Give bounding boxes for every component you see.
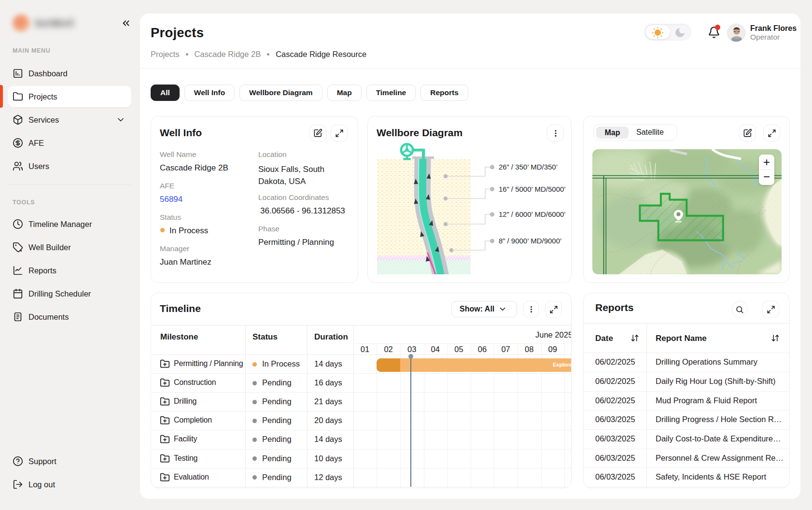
svg-text:8” / 9000’ MD/9000’: 8” / 9000’ MD/9000’ [499,237,561,245]
svg-text:16” / 5000’ MD/5000’: 16” / 5000’ MD/5000’ [499,185,566,193]
svg-text:26” / 350’ MD/350’: 26” / 350’ MD/350’ [499,163,558,171]
svg-text:12” / 6000’ MD/6000’: 12” / 6000’ MD/6000’ [499,210,566,218]
